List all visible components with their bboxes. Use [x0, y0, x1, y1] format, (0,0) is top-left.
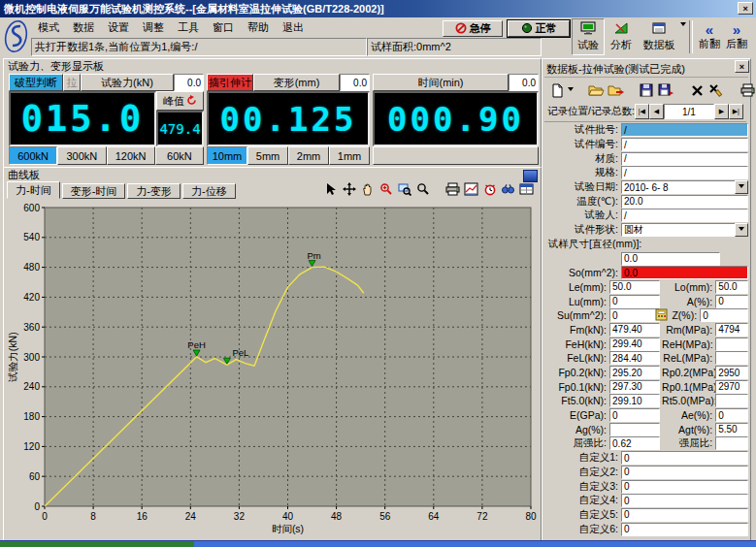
dropdown-caret-icon[interactable]: [568, 87, 574, 94]
force-range-600kN[interactable]: 600kN: [9, 146, 57, 165]
chart-settings-icon[interactable]: [463, 181, 479, 197]
pair-input-right-4[interactable]: [715, 338, 748, 351]
menu-item-帮助[interactable]: 帮助: [241, 19, 276, 36]
deform-range-2mm[interactable]: 2mm: [288, 146, 329, 165]
pair-input-left-3[interactable]: 479.40: [609, 323, 660, 337]
clear-icon[interactable]: [707, 82, 725, 99]
timer-icon[interactable]: [481, 181, 498, 197]
field-input-3[interactable]: /: [621, 166, 748, 179]
move-icon[interactable]: [341, 181, 357, 197]
pair-input-left-0[interactable]: 50.0: [609, 280, 660, 294]
menu-item-窗口[interactable]: 窗口: [206, 19, 241, 36]
pair-input-right-6[interactable]: 2950: [715, 366, 748, 379]
pair-input-right-8[interactable]: [715, 394, 748, 407]
break-judge-button[interactable]: 破型判断: [9, 74, 63, 91]
pair-input-left-4[interactable]: 299.40: [609, 338, 660, 351]
peak-reset-button[interactable]: 峰值: [156, 91, 204, 111]
pair-input-right-10[interactable]: 5.50: [715, 423, 748, 436]
databoard-dropdown-icon[interactable]: [680, 22, 686, 29]
estop-button[interactable]: 急停: [443, 20, 503, 37]
print-icon[interactable]: [739, 82, 756, 99]
delete-icon[interactable]: [688, 82, 706, 99]
data-panel-close-button[interactable]: ×: [735, 60, 749, 73]
pair-input-left-5[interactable]: 284.40: [609, 351, 660, 365]
tab-力-时间[interactable]: 力-时间: [7, 181, 60, 199]
custom-input-5[interactable]: 0: [621, 523, 748, 536]
tab-力-位移[interactable]: 力-位移: [182, 183, 236, 199]
pair-input-left-11[interactable]: 0.62: [609, 436, 660, 450]
field-input-1[interactable]: /: [621, 138, 748, 151]
print-icon[interactable]: [444, 181, 461, 197]
deform-range-10mm[interactable]: 10mm: [207, 146, 247, 165]
next-page-button[interactable]: » 后翻: [723, 18, 750, 55]
new-file-icon[interactable]: [548, 82, 566, 99]
pair-input-left-7[interactable]: 297.30: [609, 380, 660, 394]
pair-input-left-8[interactable]: 299.10: [609, 394, 660, 407]
deform-range-5mm[interactable]: 5mm: [247, 146, 288, 165]
custom-input-3[interactable]: 0: [621, 494, 748, 507]
size-input[interactable]: 0.0: [621, 252, 720, 266]
menu-item-退出[interactable]: 退出: [276, 19, 311, 36]
pair-input-right-9[interactable]: 0: [715, 408, 748, 422]
menu-item-设置[interactable]: 设置: [101, 19, 136, 36]
menu-item-调整[interactable]: 调整: [136, 19, 171, 36]
custom-input-4[interactable]: 0: [621, 508, 748, 522]
pan-hand-icon[interactable]: [359, 181, 376, 197]
field-input-0[interactable]: /: [621, 123, 748, 137]
menu-item-工具[interactable]: 工具: [171, 19, 206, 36]
save-icon[interactable]: [638, 82, 655, 99]
zoom-in-icon[interactable]: [378, 181, 394, 197]
pair-input-left-2[interactable]: 0: [609, 308, 660, 322]
extensometer-button[interactable]: 摘引伸计: [207, 74, 253, 91]
calc-icon[interactable]: [655, 308, 669, 321]
pair-input-right-2[interactable]: 0: [700, 308, 748, 322]
force-range-300kN[interactable]: 300kN: [57, 146, 106, 165]
prev-page-button[interactable]: « 前翻: [696, 18, 723, 55]
pair-input-left-10[interactable]: [609, 423, 660, 436]
dropdown-button[interactable]: [735, 223, 748, 237]
zoom-out-icon[interactable]: [414, 181, 431, 197]
window-close-button[interactable]: ×: [738, 2, 753, 15]
pair-input-right-1[interactable]: 0: [715, 295, 748, 308]
record-next-button[interactable]: ▶: [714, 104, 729, 119]
save-as-icon[interactable]: [657, 82, 674, 99]
record-last-button[interactable]: ▶|: [729, 104, 743, 119]
pair-input-right-11[interactable]: [715, 436, 748, 450]
dropdown-button[interactable]: [735, 180, 748, 194]
pair-input-right-3[interactable]: 4794: [715, 323, 748, 337]
data-table-icon[interactable]: [518, 181, 535, 197]
pair-input-left-9[interactable]: 0: [609, 408, 660, 422]
field-input-5[interactable]: 20.0: [621, 195, 748, 209]
custom-input-1[interactable]: 0: [621, 466, 748, 479]
force-range-120kN[interactable]: 120kN: [107, 146, 155, 165]
pair-input-right-7[interactable]: 2970: [715, 380, 748, 394]
pair-input-right-0[interactable]: 50.0: [715, 280, 748, 294]
menu-item-模式[interactable]: 模式: [31, 19, 66, 36]
analyze-mode-button[interactable]: 分析: [605, 18, 638, 55]
export-icon[interactable]: [607, 82, 624, 99]
custom-input-2[interactable]: 0: [621, 480, 748, 494]
force-range-60kN[interactable]: 60kN: [155, 146, 204, 165]
test-mode-button[interactable]: 试验: [572, 18, 605, 55]
record-prev-button[interactable]: ◀: [649, 104, 664, 119]
open-file-icon[interactable]: [587, 82, 605, 99]
deform-range-1mm[interactable]: 1mm: [329, 146, 370, 165]
databoard-button[interactable]: 数据板: [638, 18, 680, 55]
field-input-6[interactable]: /: [621, 209, 748, 222]
search-icon[interactable]: [500, 181, 516, 197]
zoom-window-icon[interactable]: [396, 181, 412, 197]
pull-button[interactable]: 拉: [63, 74, 81, 91]
cursor-icon[interactable]: [322, 181, 339, 197]
menu-item-数据[interactable]: 数据: [66, 19, 101, 36]
pair-input-left-1[interactable]: 0: [609, 295, 660, 308]
field-input-2[interactable]: /: [621, 152, 748, 166]
field-input-7[interactable]: 圆材: [621, 223, 747, 237]
pair-input-left-6[interactable]: 295.20: [609, 366, 660, 379]
tab-力-变形[interactable]: 力-变形: [127, 183, 181, 199]
field-input-4[interactable]: 2010- 6- 8: [621, 180, 747, 194]
record-first-button[interactable]: |◀: [635, 104, 649, 119]
normal-status-button[interactable]: 正常: [508, 20, 570, 37]
so-input[interactable]: 0.0: [621, 266, 748, 279]
pair-input-right-5[interactable]: [715, 351, 748, 365]
custom-input-0[interactable]: 0: [621, 451, 748, 465]
